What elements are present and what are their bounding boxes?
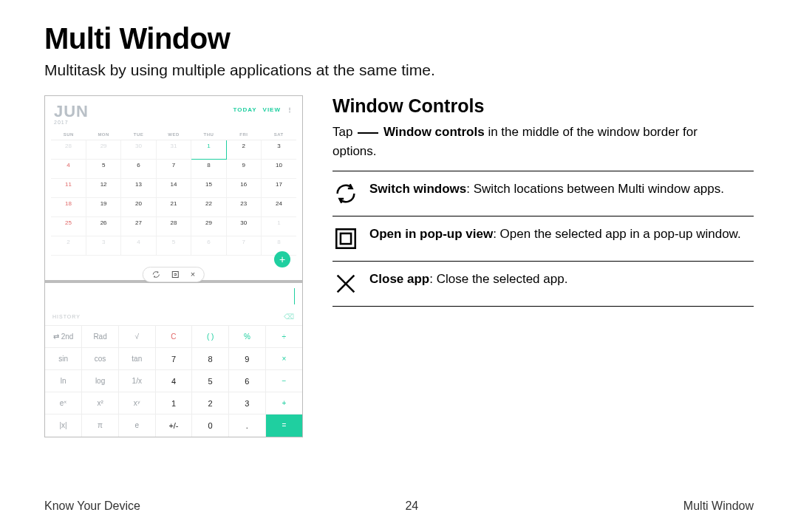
feature-text: Open in pop-up view: Open the selected a… <box>369 225 741 244</box>
calendar-day[interactable]: 6 <box>191 236 226 256</box>
backspace-icon[interactable]: ⌫ <box>284 313 295 321</box>
calendar-day[interactable]: 9 <box>226 160 261 179</box>
calendar-day[interactable]: 29 <box>86 140 120 160</box>
keypad-key[interactable]: % <box>229 326 266 348</box>
switch-windows-icon[interactable] <box>152 270 160 279</box>
calendar-day[interactable]: 7 <box>156 160 191 179</box>
footer-right: Multi Window <box>683 499 754 513</box>
calendar-day[interactable]: 4 <box>51 160 86 179</box>
calendar-day[interactable]: 25 <box>51 217 86 236</box>
calendar-day[interactable]: 5 <box>156 236 191 256</box>
calendar-day[interactable]: 12 <box>86 179 120 198</box>
device-mock: JUN 2017 TODAY VIEW ⋮ SUNMONTUEWEDTHUFRI… <box>44 95 303 437</box>
section-heading: Window Controls <box>332 95 754 117</box>
calendar-day[interactable]: 20 <box>121 198 156 217</box>
calendar-day[interactable]: 1 <box>262 217 296 236</box>
keypad-key[interactable]: ( ) <box>192 326 229 348</box>
calendar-day[interactable]: 1 <box>191 140 226 160</box>
keypad-key[interactable]: 1/x <box>118 370 155 392</box>
calendar-day[interactable]: 24 <box>262 198 296 217</box>
keypad-key[interactable]: 6 <box>229 370 266 392</box>
calendar-day[interactable]: 30 <box>121 140 156 160</box>
calendar-day[interactable]: 4 <box>121 236 156 256</box>
calendar-day[interactable]: 18 <box>51 198 86 217</box>
keypad-key[interactable]: π <box>82 415 119 437</box>
keypad-key[interactable]: 1 <box>155 392 192 415</box>
calendar-day[interactable]: 6 <box>121 160 156 179</box>
keypad-key[interactable]: . <box>229 415 266 437</box>
popup-icon <box>332 225 359 252</box>
keypad-key[interactable]: ln <box>45 370 82 392</box>
close-icon <box>332 270 359 297</box>
calendar-day[interactable]: 26 <box>86 217 120 236</box>
keypad-key[interactable]: 5 <box>192 370 229 392</box>
keypad-key[interactable]: − <box>265 370 302 392</box>
calendar-day[interactable]: 17 <box>262 179 296 198</box>
keypad-key[interactable]: 4 <box>155 370 192 392</box>
keypad-key[interactable]: |x| <box>45 415 82 437</box>
calendar-day[interactable]: 11 <box>51 179 86 198</box>
popup-view-icon[interactable] <box>172 271 179 278</box>
keypad-key[interactable]: sin <box>45 348 82 370</box>
day-header: SAT <box>262 129 296 140</box>
keypad-key[interactable]: log <box>82 370 119 392</box>
calendar-day[interactable]: 28 <box>156 217 191 236</box>
keypad-key[interactable]: 9 <box>229 348 266 370</box>
calendar-day[interactable]: 21 <box>156 198 191 217</box>
keypad-key[interactable]: 8 <box>192 348 229 370</box>
calendar-day[interactable]: 2 <box>226 140 261 160</box>
calendar-day[interactable]: 13 <box>121 179 156 198</box>
calendar-day[interactable]: 16 <box>226 179 261 198</box>
calendar-day[interactable]: 31 <box>156 140 191 160</box>
calendar-day[interactable]: 15 <box>191 179 226 198</box>
keypad-key[interactable]: xʸ <box>118 392 155 415</box>
calendar-day[interactable]: 3 <box>86 236 120 256</box>
keypad-key[interactable]: √ <box>118 326 155 348</box>
calendar-day[interactable]: 14 <box>156 179 191 198</box>
calendar-view-button[interactable]: VIEW <box>263 106 281 113</box>
keypad-key[interactable]: tan <box>118 348 155 370</box>
calculator-display[interactable] <box>45 283 302 310</box>
keypad-key[interactable]: x² <box>82 392 119 415</box>
keypad-key[interactable]: e <box>118 415 155 437</box>
close-app-icon[interactable]: × <box>191 270 195 279</box>
window-divider[interactable]: × <box>45 280 302 283</box>
keypad-key[interactable]: ⇄ 2nd <box>45 326 82 348</box>
calendar-day[interactable]: 10 <box>262 160 296 179</box>
history-label[interactable]: HISTORY <box>52 314 81 319</box>
keypad-key[interactable]: = <box>265 415 302 437</box>
keypad-key[interactable]: Rad <box>82 326 119 348</box>
calendar-day[interactable]: 27 <box>121 217 156 236</box>
add-event-fab[interactable]: + <box>274 251 290 267</box>
calendar-day[interactable]: 3 <box>262 140 296 160</box>
keypad-key[interactable]: cos <box>82 348 119 370</box>
calendar-day[interactable]: 22 <box>191 198 226 217</box>
calendar-day[interactable]: 29 <box>191 217 226 236</box>
page-subtitle: Multitask by using multiple applications… <box>44 61 754 79</box>
calendar-day[interactable]: 2 <box>51 236 86 256</box>
footer-left: Know Your Device <box>44 499 140 513</box>
keypad-key[interactable]: × <box>265 348 302 370</box>
keypad-key[interactable]: 3 <box>229 392 266 415</box>
info-column: Window Controls Tap Window controls in t… <box>332 95 754 437</box>
keypad-key[interactable]: + <box>265 392 302 415</box>
keypad-key[interactable]: 0 <box>192 415 229 437</box>
calendar-day[interactable]: 23 <box>226 198 261 217</box>
calendar-day[interactable]: 7 <box>226 236 261 256</box>
calendar-day[interactable]: 30 <box>226 217 261 236</box>
window-controls-pill[interactable]: × <box>143 267 205 282</box>
calendar-day[interactable]: 5 <box>86 160 120 179</box>
display-cursor <box>294 288 295 304</box>
calendar-today-button[interactable]: TODAY <box>233 106 256 113</box>
calendar-day[interactable]: 28 <box>51 140 86 160</box>
keypad-key[interactable]: +/- <box>155 415 192 437</box>
keypad-key[interactable]: eˣ <box>45 392 82 415</box>
keypad-key[interactable]: C <box>155 326 192 348</box>
keypad-key[interactable]: 2 <box>192 392 229 415</box>
keypad: ⇄ 2ndRad√C( )%÷sincostan789×lnlog1/x456−… <box>45 325 302 437</box>
calendar-day[interactable]: 19 <box>86 198 120 217</box>
keypad-key[interactable]: ÷ <box>265 326 302 348</box>
calendar-day[interactable]: 8 <box>191 160 226 179</box>
more-icon[interactable]: ⋮ <box>287 106 293 113</box>
keypad-key[interactable]: 7 <box>155 348 192 370</box>
